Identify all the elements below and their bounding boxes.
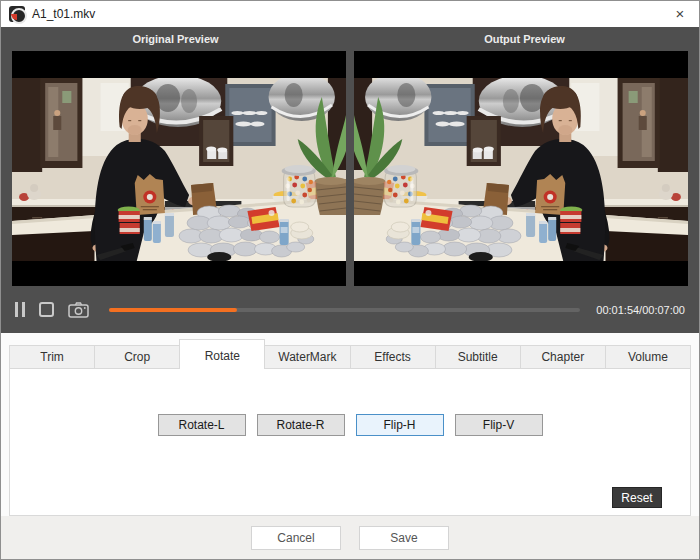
playback-controls: 00:01:54/00:07:00	[1, 286, 699, 333]
tab-crop[interactable]: Crop	[94, 345, 180, 369]
save-button[interactable]: Save	[359, 526, 449, 550]
tab-trim[interactable]: Trim	[9, 345, 95, 369]
time-display: 00:01:54/00:07:00	[596, 304, 685, 316]
seek-bar[interactable]	[109, 308, 580, 312]
original-preview-video	[12, 51, 346, 286]
rotate-left-button[interactable]: Rotate-L	[158, 414, 246, 436]
dialog-footer: Cancel Save	[1, 516, 699, 559]
output-preview-label: Output Preview	[350, 27, 699, 51]
flip-horizontal-button[interactable]: Flip-H	[356, 414, 444, 436]
original-preview-label: Original Preview	[1, 27, 350, 51]
edit-section: Trim Crop Rotate WaterMark Effects Subti…	[1, 333, 699, 559]
cancel-button[interactable]: Cancel	[251, 526, 341, 550]
tab-bar: Trim Crop Rotate WaterMark Effects Subti…	[9, 339, 691, 369]
tab-rotate[interactable]: Rotate	[179, 339, 265, 369]
rotate-dialog-window: A1_t01.mkv × Original Preview Output Pre…	[0, 0, 700, 560]
rotate-right-button[interactable]: Rotate-R	[257, 414, 345, 436]
reset-button[interactable]: Reset	[612, 487, 662, 508]
output-preview-video	[354, 51, 688, 286]
tab-watermark[interactable]: WaterMark	[264, 345, 350, 369]
pause-icon[interactable]	[15, 302, 25, 317]
window-title: A1_t01.mkv	[32, 7, 95, 21]
tab-effects[interactable]: Effects	[350, 345, 436, 369]
tab-chapter[interactable]: Chapter	[520, 345, 606, 369]
tab-subtitle[interactable]: Subtitle	[435, 345, 521, 369]
tab-volume[interactable]: Volume	[605, 345, 691, 369]
app-logo-icon	[9, 6, 25, 22]
flip-vertical-button[interactable]: Flip-V	[455, 414, 543, 436]
camera-icon[interactable]	[68, 302, 89, 318]
rotate-panel: Rotate-L Rotate-R Flip-H Flip-V Reset	[9, 368, 691, 516]
close-button[interactable]: ×	[669, 3, 691, 25]
seek-bar-progress	[109, 308, 237, 312]
preview-section: Original Preview Output Preview	[1, 27, 699, 333]
stop-icon[interactable]	[39, 302, 54, 317]
title-bar: A1_t01.mkv ×	[1, 1, 699, 27]
